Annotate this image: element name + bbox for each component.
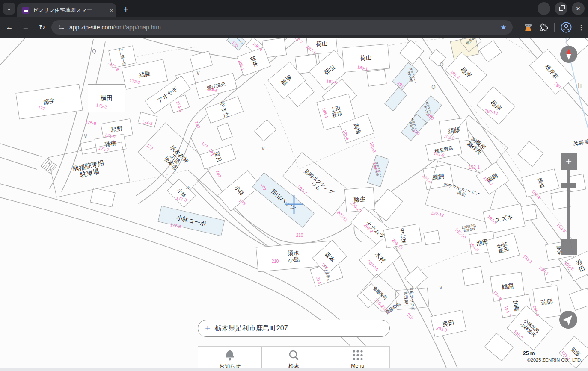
reload-button[interactable]: ↻: [35, 21, 49, 34]
chevron-down-icon: ⌄: [7, 6, 11, 12]
grid-icon: [351, 350, 364, 362]
new-tab-button[interactable]: +: [120, 3, 132, 15]
close-window-button[interactable]: ✕: [572, 2, 585, 15]
menu-label: Menu: [351, 363, 364, 369]
search-icon: [287, 350, 300, 362]
bottom-toolbar: お知らせ 検索 Menu: [198, 346, 390, 371]
url-path: /smt/app/map.htm: [113, 24, 161, 31]
site-info-icon[interactable]: [57, 24, 65, 31]
plus-icon: +: [205, 323, 211, 334]
address-bar[interactable]: app.zip-site.com/smt/app/map.htm ★: [51, 20, 513, 35]
copyright-text: ©2025 ZENRIN CO., LTD.: [527, 357, 582, 362]
browser-tab[interactable]: ゼンリン住宅地図スマー ×: [17, 3, 116, 17]
notifications-button[interactable]: お知らせ: [198, 347, 261, 371]
restore-button[interactable]: [555, 2, 567, 15]
extension-robot-icon[interactable]: [523, 23, 533, 32]
zoom-out-button[interactable]: −: [561, 239, 577, 255]
url-text: app.zip-site.com/smt/app/map.htm: [69, 24, 161, 31]
bookmark-star-icon[interactable]: ★: [500, 23, 507, 32]
close-icon: ✕: [576, 6, 581, 12]
browser-toolbar: ← → ↻ app.zip-site.com/smt/app/map.htm ★: [0, 17, 588, 38]
tab-search-button[interactable]: ⌄: [3, 3, 15, 15]
location-arrow-icon: [559, 311, 577, 329]
tab-close-icon[interactable]: ×: [110, 7, 113, 14]
address-search-field[interactable]: + 栃木県足利市鹿島町207: [198, 320, 390, 337]
menu-button[interactable]: Menu: [326, 347, 389, 371]
zenrin-favicon: [22, 7, 29, 14]
restore-icon: [559, 7, 563, 11]
minimize-icon: —: [541, 6, 547, 12]
extensions-puzzle-icon[interactable]: [539, 23, 548, 32]
zoom-slider-handle[interactable]: [561, 183, 576, 188]
bell-icon: [223, 350, 236, 362]
map-scale: 25 m: [523, 350, 581, 356]
scale-label: 25 m: [523, 350, 535, 356]
map-stairs-symbol: [41, 158, 57, 174]
my-location-button[interactable]: [559, 311, 577, 329]
map-unlabeled-buildings: [80, 38, 588, 361]
url-host: app.zip-site.com: [69, 24, 113, 31]
search-button[interactable]: 検索: [261, 347, 325, 371]
compass-button[interactable]: [560, 46, 577, 63]
window-bottom-edge: [0, 368, 588, 371]
zoom-in-button[interactable]: +: [561, 153, 577, 170]
minimize-button[interactable]: —: [538, 2, 550, 15]
compass-needle-icon: [560, 46, 577, 63]
toolbar-divider: [554, 23, 555, 32]
scale-bar: [537, 353, 581, 356]
forward-button[interactable]: →: [19, 21, 33, 34]
zoom-slider-track[interactable]: [567, 170, 570, 239]
address-text: 栃木県足利市鹿島町207: [215, 324, 288, 333]
menu-kebab-icon[interactable]: ⋮: [578, 24, 585, 32]
profile-avatar[interactable]: [561, 22, 572, 33]
browser-chrome: ⌄ ゼンリン住宅地図スマー × + — ✕ ← → ↻ app.zip-site…: [0, 0, 588, 38]
back-button[interactable]: ←: [3, 21, 16, 34]
tab-strip: ⌄ ゼンリン住宅地図スマー × + — ✕: [0, 0, 588, 17]
tab-title: ゼンリン住宅地図スマー: [33, 7, 107, 14]
